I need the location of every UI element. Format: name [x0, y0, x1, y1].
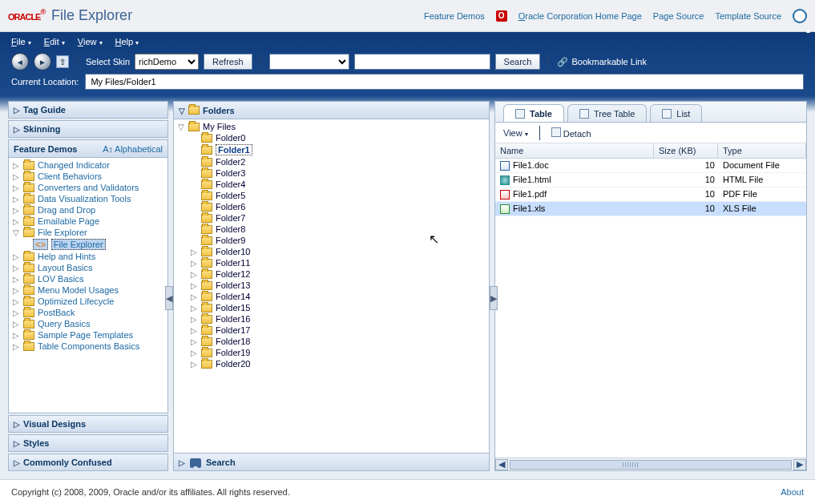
expand-icon[interactable]: ▷	[190, 326, 198, 335]
collapse-icon[interactable]: ▽	[12, 228, 20, 237]
folder-item[interactable]: ▷Folder10	[174, 246, 489, 257]
panel-skinning[interactable]: Skinning	[8, 120, 168, 138]
expand-icon[interactable]: ▷	[12, 297, 20, 306]
menu-file[interactable]: File ▾	[11, 37, 31, 46]
up-folder-icon[interactable]: ⇧	[56, 55, 69, 68]
feature-item[interactable]: ▷Menu Model Usages	[9, 284, 167, 296]
search-category-select[interactable]	[269, 54, 349, 70]
folder-item[interactable]: ▷Folder11	[174, 257, 489, 268]
feature-item[interactable]: ▷Sample Page Templates	[9, 329, 167, 341]
tab-table[interactable]: Table	[503, 104, 564, 122]
feature-item[interactable]: ▷Data Visualization Tools	[9, 193, 167, 204]
splitter-left[interactable]: ◀	[165, 286, 173, 310]
feature-item[interactable]: ▷PostBack	[9, 307, 167, 318]
folder-item[interactable]: Folder2	[174, 156, 489, 167]
feature-item[interactable]: ▷Client Behaviors	[9, 171, 167, 182]
expand-icon[interactable]: ▷	[190, 360, 198, 369]
folder-item[interactable]: ▷Folder12	[174, 268, 489, 280]
horizontal-scrollbar[interactable]: ◀ ▶	[495, 458, 806, 470]
menu-edit[interactable]: Edit ▾	[44, 37, 65, 46]
tab-list[interactable]: List	[650, 104, 702, 122]
menu-view[interactable]: View ▾	[78, 37, 103, 46]
detach-button[interactable]: Detach	[551, 127, 591, 139]
view-menu[interactable]: View ▾	[503, 128, 528, 138]
col-type[interactable]: Type	[718, 143, 806, 158]
folder-item[interactable]: Folder7	[174, 212, 489, 224]
expand-icon[interactable]: ▷	[12, 331, 20, 340]
folder-item[interactable]: ▷Folder20	[174, 358, 489, 369]
expand-icon[interactable]: ▷	[12, 217, 20, 226]
expand-icon[interactable]: ▷	[12, 161, 20, 170]
table-row[interactable]: File1.xls10XLS File	[495, 202, 806, 216]
feature-item[interactable]: ▷Optimized Lifecycle	[9, 296, 167, 307]
expand-icon[interactable]: ▷	[12, 320, 20, 329]
about-link[interactable]: About	[781, 487, 804, 497]
expand-icon[interactable]: ▷	[12, 183, 20, 192]
folder-item[interactable]: ▷Folder15	[174, 302, 489, 313]
expand-icon[interactable]: ▷	[190, 337, 198, 346]
feature-item[interactable]: ▷Layout Basics	[9, 262, 167, 273]
folder-item[interactable]: Folder1	[174, 143, 489, 156]
feature-item[interactable]: ▷Query Basics	[9, 318, 167, 329]
folder-item[interactable]: ▷Folder17	[174, 325, 489, 336]
feature-item[interactable]: ▷Help and Hints	[9, 251, 167, 262]
link-page-source[interactable]: Page Source	[653, 11, 704, 21]
skin-select[interactable]: richDemo	[135, 54, 199, 70]
scroll-thumb[interactable]	[510, 460, 792, 470]
expand-icon[interactable]: ▷	[190, 349, 198, 357]
folder-item[interactable]: ▷Folder16	[174, 313, 489, 325]
collapse-icon[interactable]: ▽	[177, 123, 185, 131]
folder-root[interactable]: ▽My Files	[174, 121, 489, 132]
scroll-left-icon[interactable]: ◀	[495, 459, 508, 470]
feature-item[interactable]: ▷Drag and Drop	[9, 204, 167, 216]
col-name[interactable]: Name	[495, 143, 654, 158]
expand-icon[interactable]: ▷	[190, 304, 198, 312]
tab-tree-table[interactable]: Tree Table	[567, 104, 647, 122]
expand-icon[interactable]: ▷	[12, 264, 20, 272]
link-home-page[interactable]: OOracle Corporation Home Pageracle Corpo…	[518, 11, 642, 21]
feature-item[interactable]: ▷Converters and Validators	[9, 182, 167, 193]
expand-icon[interactable]: ▷	[12, 308, 20, 317]
panel-styles[interactable]: Styles	[8, 434, 168, 452]
nav-forward-button[interactable]: ►	[34, 53, 51, 71]
splitter-right[interactable]: ▶	[490, 286, 498, 310]
expand-icon[interactable]: ▷	[190, 281, 198, 290]
expand-icon[interactable]: ▷	[190, 259, 198, 268]
alphabetical-link[interactable]: A↕Alphabetical	[103, 144, 163, 154]
feature-demos-list[interactable]: ▷Changed Indicator▷Client Behaviors▷Conv…	[9, 158, 167, 373]
feature-item[interactable]: ▷Emailable Page	[9, 216, 167, 227]
file-table-body[interactable]: File1.doc10Document FileFile1.html10HTML…	[495, 159, 806, 216]
feature-item[interactable]: ▷Table Components Basics	[9, 341, 167, 352]
location-input[interactable]	[85, 74, 804, 90]
table-row[interactable]: File1.pdf10PDF File	[495, 187, 806, 202]
feature-item[interactable]: ▷LOV Basics	[9, 273, 167, 284]
folder-item[interactable]: Folder6	[174, 201, 489, 212]
feature-item[interactable]: ▽File Explorer	[9, 227, 167, 238]
folder-item[interactable]: ▷Folder13	[174, 280, 489, 291]
collapse-chrome-icon[interactable]: ▴	[806, 26, 810, 34]
feature-subitem-file-explorer[interactable]: <>File Explorer	[9, 238, 167, 251]
bookmarkable-link[interactable]: 🔗Bookmarkable Link	[557, 57, 647, 67]
refresh-button[interactable]: Refresh	[204, 54, 252, 70]
folders-tree[interactable]: ▽My FilesFolder0Folder1Folder2Folder3Fol…	[174, 119, 489, 453]
table-row[interactable]: File1.doc10Document File	[495, 159, 806, 173]
expand-icon[interactable]: ▷	[12, 206, 20, 215]
expand-icon[interactable]: ▷	[190, 248, 198, 256]
expand-icon[interactable]: ▷	[12, 252, 20, 261]
col-size[interactable]: Size (KB)	[654, 143, 718, 158]
scroll-right-icon[interactable]: ▶	[793, 459, 806, 470]
expand-icon[interactable]: ▷	[12, 342, 20, 351]
folder-item[interactable]: ▷Folder19	[174, 347, 489, 358]
search-button[interactable]: Search	[495, 54, 541, 70]
folder-item[interactable]: Folder8	[174, 224, 489, 235]
panel-visual-designs[interactable]: Visual Designs	[8, 415, 168, 433]
folder-item[interactable]: Folder0	[174, 132, 489, 143]
folder-item[interactable]: Folder9	[174, 235, 489, 246]
panel-commonly-confused[interactable]: Commonly Confused	[8, 454, 168, 471]
folder-item[interactable]: Folder3	[174, 167, 489, 179]
search-section[interactable]: Search	[174, 453, 489, 470]
expand-icon[interactable]: ▷	[190, 315, 198, 324]
feature-item[interactable]: ▷Changed Indicator	[9, 159, 167, 171]
menu-help[interactable]: Help ▾	[115, 37, 139, 46]
expand-icon[interactable]: ▷	[190, 270, 198, 279]
